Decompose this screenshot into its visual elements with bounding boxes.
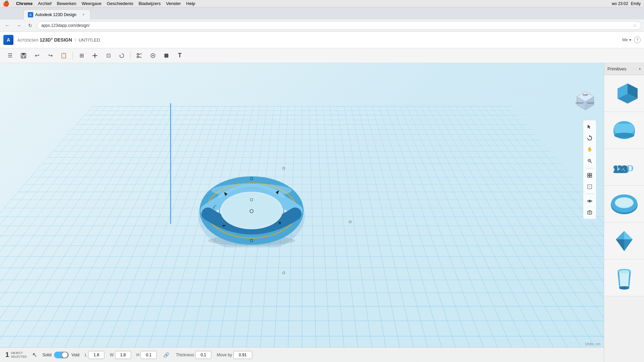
move-by-input[interactable] <box>233 351 252 359</box>
svg-rect-28 <box>590 176 592 177</box>
fit-view-button[interactable] <box>585 170 595 180</box>
eye-view-button[interactable] <box>585 196 595 206</box>
selected-label2: SELECTED <box>11 355 27 359</box>
zoom-tool-button[interactable] <box>585 156 595 166</box>
selection-dot-right <box>349 221 352 223</box>
primitive-diamond[interactable] <box>604 223 644 259</box>
primitive-box[interactable] <box>604 75 644 112</box>
h-input[interactable] <box>141 351 157 359</box>
svg-point-33 <box>589 212 590 214</box>
svg-marker-74 <box>624 239 633 251</box>
screenshot-button[interactable] <box>585 207 595 218</box>
primitive-cup[interactable] <box>604 259 644 296</box>
add-button[interactable] <box>89 50 101 62</box>
tab-favicon: A <box>28 12 33 17</box>
app-header-toolbar: A AUTODESK® 123D° DESIGN \ UNTITLED Me ▾… <box>0 32 644 48</box>
menu-bladwijzers[interactable]: Bladwijzers <box>139 1 161 6</box>
zoom-region-button[interactable] <box>585 182 595 192</box>
autodesk-label: AUTODESK® <box>17 39 38 42</box>
menu-geschiedenis[interactable]: Geschiedenis <box>107 1 133 6</box>
svg-point-7 <box>137 56 139 58</box>
move-by-field: Move by <box>217 351 252 359</box>
tab-close-button[interactable]: × <box>81 12 86 17</box>
apple-logo-icon[interactable]: 🍎 <box>3 0 9 7</box>
rotate-tool-button[interactable] <box>585 133 595 143</box>
w-dimension-field: W <box>110 351 131 359</box>
w-input[interactable] <box>115 351 131 359</box>
browser-tab-active[interactable]: A Autodesk 123D Design × <box>23 9 91 19</box>
refresh-button[interactable]: ↻ <box>25 21 35 30</box>
undo-button[interactable]: ↩ <box>31 50 43 62</box>
primitive-sphere[interactable] <box>604 112 644 149</box>
toolbar-row2: ☰ ↩ ↪ 📋 ⊞ ⊡ T <box>0 48 644 63</box>
refresh-tool-button[interactable] <box>116 50 128 62</box>
svg-point-19 <box>589 135 590 137</box>
me-button[interactable]: Me ▾ <box>622 38 631 42</box>
mac-menubar: 🍎 Chrome Archief Bewerken Weergave Gesch… <box>0 0 644 7</box>
svg-marker-5 <box>120 55 121 56</box>
solid-label: Solid <box>43 353 52 357</box>
l-label: L <box>85 353 87 357</box>
forward-button[interactable]: → <box>14 21 23 30</box>
modify-button[interactable] <box>147 50 159 62</box>
cursor-indicator-icon: ↖ <box>32 351 37 359</box>
browser-omnibar: ← → ↻ apps.123dapp.com/design/ ☆ <box>0 19 644 32</box>
svg-rect-27 <box>588 176 589 177</box>
primitive-text3d[interactable]: 123 123 D 123 <box>604 149 644 186</box>
menu-help[interactable]: Help <box>186 1 195 6</box>
thickness-input[interactable] <box>195 351 211 359</box>
menu-bewerken[interactable]: Bewerken <box>57 1 76 6</box>
l-dimension-field: L <box>85 351 105 359</box>
primitive-torus[interactable] <box>604 186 644 223</box>
menu-toggle-button[interactable]: ☰ <box>4 50 16 62</box>
transform-button[interactable]: ⊡ <box>102 50 114 62</box>
panel-dropdown-icon[interactable]: ▾ <box>639 67 641 71</box>
svg-point-70 <box>615 197 633 207</box>
text-button[interactable]: T <box>174 50 186 62</box>
doc-name-label: UNTITLED <box>78 38 100 43</box>
browser-tab-bar: A Autodesk 123D Design × <box>0 7 644 19</box>
void-label: Void <box>71 353 79 357</box>
bookmark-icon[interactable]: ☆ <box>633 23 637 28</box>
menu-chrome[interactable]: Chrome <box>16 1 33 6</box>
menu-venster[interactable]: Venster <box>166 1 181 6</box>
scissors-button[interactable] <box>133 50 146 62</box>
menu-weergave[interactable]: Weergave <box>82 1 101 6</box>
link-dimensions-icon[interactable]: 🔗 <box>163 352 169 358</box>
menu-archief[interactable]: Archief <box>38 1 51 6</box>
cup-shape <box>611 264 638 291</box>
viewport-button[interactable]: ⊞ <box>75 50 88 62</box>
pan-tool-button[interactable]: ✋ <box>585 144 595 155</box>
system-time: wo 23:02 <box>612 1 628 6</box>
selected-label1: OBJECT <box>11 351 27 355</box>
view-cube[interactable]: TOP FRONT RIGHT <box>574 90 597 113</box>
units-label: Units: cm <box>585 342 600 346</box>
svg-marker-73 <box>616 239 624 251</box>
redo-button[interactable]: ↪ <box>44 50 56 62</box>
solid-button[interactable] <box>160 50 172 62</box>
clipboard-button[interactable]: 📋 <box>58 50 70 62</box>
help-button[interactable]: ? <box>634 37 641 43</box>
bottom-status-bar: 1 OBJECT SELECTED ↖ Solid Void L <box>0 347 604 362</box>
rotate-handle-left[interactable] <box>213 205 220 213</box>
torus-3d-shape[interactable] <box>195 160 309 247</box>
text3d-shape: 123 123 D 123 <box>611 154 638 181</box>
back-button[interactable]: ← <box>3 21 12 30</box>
toolbar-right-actions: Me ▾ ? <box>622 37 641 43</box>
svg-text:FRONT: FRONT <box>576 102 584 104</box>
save-button[interactable] <box>17 50 30 62</box>
svg-point-76 <box>619 286 629 290</box>
selection-dot-top <box>282 167 285 170</box>
torus-shape <box>611 191 638 218</box>
diamond-shape <box>611 228 638 254</box>
app-title: AUTODESK® 123D° DESIGN \ UNTITLED <box>17 37 100 43</box>
address-bar[interactable]: apps.123dapp.com/design/ ☆ <box>37 21 641 30</box>
move-by-label: Move by <box>217 353 232 357</box>
solid-void-toggle-button[interactable] <box>54 352 69 358</box>
w-label: W <box>110 353 113 357</box>
select-tool-button[interactable] <box>585 122 595 132</box>
l-input[interactable] <box>88 351 104 359</box>
svg-text:TOP: TOP <box>583 94 588 97</box>
canvas-area[interactable]: TOP FRONT RIGHT ✋ <box>0 63 604 362</box>
selected-number: 1 <box>5 351 9 358</box>
